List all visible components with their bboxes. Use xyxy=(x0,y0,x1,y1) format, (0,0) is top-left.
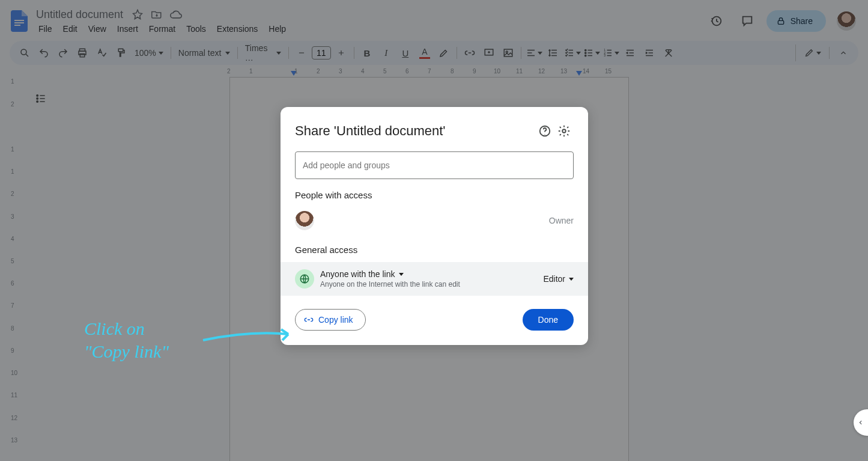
people-with-access-heading: People with access xyxy=(295,190,574,200)
tutorial-annotation: Click on "Copy link" xyxy=(84,317,169,362)
access-role-dropdown[interactable]: Editor xyxy=(543,274,574,284)
annotation-line1: Click on xyxy=(84,317,169,340)
annotation-line2: "Copy link" xyxy=(84,340,169,363)
copy-link-button[interactable]: Copy link xyxy=(295,309,366,331)
svg-point-22 xyxy=(562,129,566,133)
help-icon[interactable] xyxy=(535,121,554,141)
person-avatar xyxy=(295,211,314,230)
access-scope-dropdown[interactable]: Anyone with the link xyxy=(320,269,543,279)
copy-link-label: Copy link xyxy=(318,315,353,325)
general-access-heading: General access xyxy=(295,245,574,255)
link-icon xyxy=(304,315,314,325)
annotation-arrow-icon xyxy=(202,326,297,344)
access-role-label: Editor xyxy=(543,274,565,284)
share-dialog: Share 'Untitled document' People with ac… xyxy=(281,107,588,345)
access-scope-label: Anyone with the link xyxy=(320,269,395,279)
settings-gear-icon[interactable] xyxy=(554,121,574,141)
owner-role-label: Owner xyxy=(549,216,574,225)
person-row: Owner xyxy=(295,207,574,245)
share-dialog-title: Share 'Untitled document' xyxy=(295,123,535,139)
done-button[interactable]: Done xyxy=(523,309,574,331)
add-people-input[interactable] xyxy=(295,151,574,179)
public-globe-icon xyxy=(295,269,314,289)
access-scope-description: Anyone on the Internet with the link can… xyxy=(320,280,543,289)
general-access-row: Anyone with the link Anyone on the Inter… xyxy=(281,262,588,296)
